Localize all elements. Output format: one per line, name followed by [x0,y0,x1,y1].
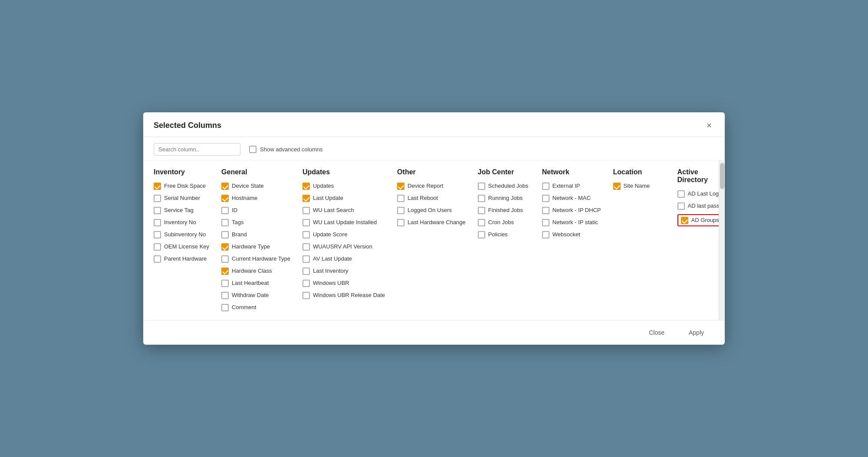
list-item[interactable]: OEM License Key [154,243,209,251]
checkbox-jobcenter-3[interactable] [478,219,485,226]
checkbox-general-9[interactable] [221,292,229,299]
list-item[interactable]: Device State [221,182,290,190]
list-item[interactable]: Subinventory No [154,231,209,238]
list-item[interactable]: Service Tag [154,206,209,214]
list-item[interactable]: Device Report [397,182,466,190]
checkbox-other-0[interactable] [397,183,404,190]
checkbox-jobcenter-0[interactable] [478,183,485,190]
list-item[interactable]: Tags [221,219,290,226]
list-item[interactable]: Windows UBR Release Date [302,291,385,299]
checkbox-location-0[interactable] [613,183,621,190]
checkbox-inventory-2[interactable] [154,207,161,214]
list-item[interactable]: Cron Jobs [478,219,530,226]
list-item[interactable]: ID [221,206,290,214]
checkbox-updates-8[interactable] [302,280,310,287]
list-item[interactable]: Parent Hardware [154,255,209,263]
list-item[interactable]: Serial Number [154,194,209,202]
list-item[interactable]: Updates [302,182,385,190]
checkbox-network-2[interactable] [542,207,549,214]
list-item[interactable]: Finished Jobs [478,206,530,214]
checkbox-general-5[interactable] [221,243,229,251]
checkbox-general-10[interactable] [221,304,229,311]
list-item[interactable]: Policies [478,231,530,238]
list-item[interactable]: Windows UBR [302,279,385,287]
list-item[interactable]: Last Reboot [397,194,466,202]
checkbox-inventory-1[interactable] [154,195,161,202]
checkbox-inventory-5[interactable] [154,243,161,251]
list-item[interactable]: Update Score [302,231,385,238]
checkbox-general-8[interactable] [221,280,229,287]
list-item[interactable]: Withdraw Date [221,291,290,299]
list-item[interactable]: Hostname [221,194,290,202]
list-item[interactable]: Network - IP DHCP [542,206,601,214]
checkbox-other-1[interactable] [397,195,404,202]
checkbox-updates-9[interactable] [302,292,310,299]
checkbox-jobcenter-2[interactable] [478,207,485,214]
list-item[interactable]: External IP [542,182,601,190]
checkbox-activedirectory-1[interactable] [677,202,685,210]
checkbox-updates-2[interactable] [302,207,310,214]
checkbox-general-6[interactable] [221,255,229,263]
checkbox-network-1[interactable] [542,195,549,202]
checkbox-updates-5[interactable] [302,243,310,251]
list-item[interactable]: WUAUSRV API Version [302,243,385,251]
list-item[interactable]: Hardware Class [221,267,290,275]
item-label-updates-9: Windows UBR Release Date [313,291,385,299]
checkbox-jobcenter-4[interactable] [478,231,485,238]
checkbox-inventory-4[interactable] [154,231,161,238]
list-item[interactable]: Last Heartbeat [221,279,290,287]
list-item[interactable]: Scheduled Jobs [478,182,530,190]
show-advanced-label[interactable]: Show advanced columns [260,146,323,153]
list-item[interactable]: Last Update [302,194,385,202]
checkbox-general-4[interactable] [221,231,229,238]
list-item[interactable]: Comment [221,304,290,311]
checkbox-updates-3[interactable] [302,219,310,226]
checkbox-activedirectory-2[interactable] [681,217,688,224]
checkbox-updates-4[interactable] [302,231,310,238]
list-item[interactable]: AD Last Logon [677,190,719,198]
checkbox-inventory-3[interactable] [154,219,161,226]
list-item[interactable]: Last Inventory [302,267,385,275]
checkbox-network-4[interactable] [542,231,549,238]
checkbox-updates-1[interactable] [302,195,310,202]
list-item[interactable]: Current Hardware Type [221,255,290,263]
modal-close-button[interactable]: × [704,120,714,131]
scrollbar-track[interactable] [719,160,725,320]
checkbox-general-0[interactable] [221,183,229,190]
checkbox-general-7[interactable] [221,268,229,275]
list-item[interactable]: Last Hardware Change [397,219,466,226]
list-item[interactable]: Running Jobs [478,194,530,202]
checkbox-network-0[interactable] [542,183,549,190]
close-button[interactable]: Close [640,326,673,339]
checkbox-updates-7[interactable] [302,268,310,275]
checkbox-inventory-6[interactable] [154,255,161,263]
checkbox-activedirectory-0[interactable] [677,190,685,198]
list-item[interactable]: Network - IP static [542,219,601,226]
list-item[interactable]: WU Last Search [302,206,385,214]
list-item[interactable]: Hardware Type [221,243,290,251]
list-item[interactable]: AD last password set [677,202,719,210]
checkbox-other-3[interactable] [397,219,404,226]
apply-button[interactable]: Apply [678,326,714,339]
checkbox-updates-6[interactable] [302,255,310,263]
checkbox-general-2[interactable] [221,207,229,214]
list-item[interactable]: Free Disk Space [154,182,209,190]
list-item[interactable]: Inventory No [154,219,209,226]
list-item[interactable]: Site Name [613,182,665,190]
list-item[interactable]: Brand [221,231,290,238]
checkbox-network-3[interactable] [542,219,549,226]
list-item[interactable]: Logged On Users [397,206,466,214]
checkbox-jobcenter-1[interactable] [478,195,485,202]
checkbox-inventory-0[interactable] [154,183,161,190]
search-input[interactable] [154,143,240,156]
list-item[interactable]: AD Groups [677,214,719,226]
list-item[interactable]: Network - MAC [542,194,601,202]
checkbox-other-2[interactable] [397,207,404,214]
checkbox-general-1[interactable] [221,195,229,202]
show-advanced-checkbox[interactable] [249,146,256,153]
checkbox-general-3[interactable] [221,219,229,226]
checkbox-updates-0[interactable] [302,183,310,190]
list-item[interactable]: AV Last Update [302,255,385,263]
list-item[interactable]: Websocket [542,231,601,238]
list-item[interactable]: WU Last Update Installed [302,219,385,226]
